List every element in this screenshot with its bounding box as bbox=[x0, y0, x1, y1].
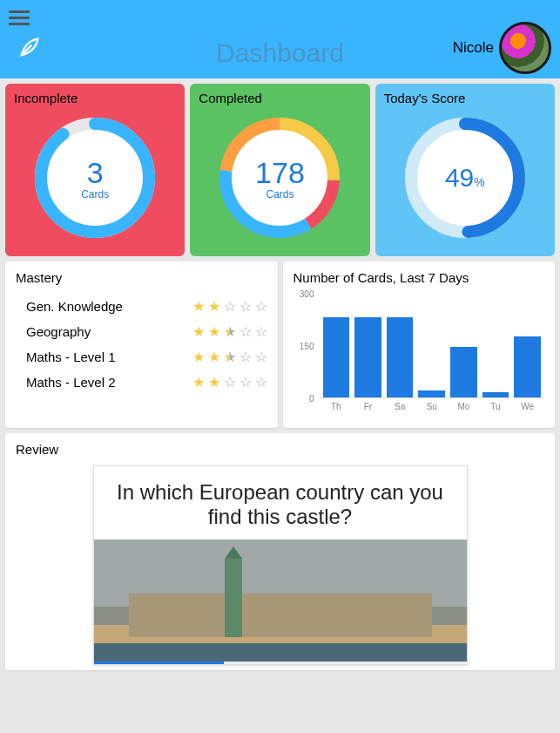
user-name: Nicole bbox=[453, 39, 494, 57]
star-icon: ☆ bbox=[240, 323, 252, 340]
bar-label: Tu bbox=[482, 402, 509, 411]
star-icon: ★ bbox=[208, 349, 220, 365]
star-icon: ☆ bbox=[255, 374, 267, 390]
stat-score[interactable]: Today's Score 49% bbox=[375, 84, 555, 256]
mastery-card: Mastery Gen. Knowledge★★☆☆☆Geography★★★☆… bbox=[5, 261, 278, 428]
mastery-title: Mastery bbox=[16, 270, 267, 285]
flashcard-progress bbox=[94, 662, 467, 664]
star-icon: ☆ bbox=[255, 323, 267, 340]
flashcard-question: In which European country can you find t… bbox=[94, 466, 467, 540]
bar-column bbox=[514, 336, 541, 397]
bar-column bbox=[323, 317, 350, 397]
bar bbox=[323, 317, 350, 397]
mastery-row[interactable]: Maths - Level 1★★★☆☆ bbox=[16, 344, 267, 370]
bar-label: We bbox=[514, 402, 541, 411]
star-icon: ★ bbox=[192, 298, 205, 315]
page-title: Dashboard bbox=[216, 38, 344, 68]
mastery-label: Geography bbox=[26, 324, 91, 339]
feather-icon bbox=[17, 35, 42, 63]
bar-chart: 0150300 ThFrSaSuMoTuWe bbox=[293, 294, 545, 416]
star-icon: ☆ bbox=[240, 349, 252, 365]
chart-title: Number of Cards, Last 7 Days bbox=[293, 270, 545, 285]
bar-column bbox=[418, 390, 445, 397]
chart-card: Number of Cards, Last 7 Days 0150300 ThF… bbox=[283, 261, 556, 428]
mastery-row[interactable]: Maths - Level 2★★☆☆☆ bbox=[16, 370, 267, 395]
bar bbox=[387, 317, 414, 397]
bar-column bbox=[482, 392, 509, 397]
star-icon: ☆ bbox=[224, 374, 236, 390]
star-icon: ★ bbox=[208, 298, 220, 315]
star-icon: ★ bbox=[208, 374, 220, 390]
stat-title: Completed bbox=[199, 91, 361, 105]
bar bbox=[418, 390, 445, 397]
star-rating: ★★★☆☆ bbox=[192, 323, 267, 340]
bar-column bbox=[387, 317, 414, 397]
star-icon: ☆ bbox=[240, 298, 252, 315]
stat-sub: Cards bbox=[266, 188, 293, 200]
stat-value: 178 bbox=[255, 156, 305, 190]
stat-incomplete[interactable]: Incomplete 3Cards bbox=[5, 84, 185, 256]
bar-label: Sa bbox=[387, 402, 414, 411]
flashcard[interactable]: In which European country can you find t… bbox=[93, 465, 468, 665]
star-icon: ☆ bbox=[240, 374, 252, 390]
star-icon: ★ bbox=[192, 374, 205, 390]
bar bbox=[482, 392, 509, 397]
star-rating: ★★★☆☆ bbox=[192, 349, 267, 365]
mastery-label: Maths - Level 2 bbox=[26, 375, 116, 390]
stat-title: Incomplete bbox=[14, 91, 176, 105]
star-icon: ★ bbox=[224, 323, 236, 340]
bar-column bbox=[450, 347, 477, 397]
bar bbox=[514, 336, 541, 397]
star-rating: ★★☆☆☆ bbox=[192, 374, 267, 390]
bar bbox=[450, 347, 477, 397]
bar bbox=[354, 317, 381, 397]
review-title: Review bbox=[16, 442, 544, 457]
mastery-row[interactable]: Geography★★★☆☆ bbox=[16, 319, 267, 344]
flashcard-image bbox=[94, 540, 467, 662]
star-icon: ★ bbox=[192, 323, 205, 340]
stat-value: 49% bbox=[445, 163, 485, 193]
stat-title: Today's Score bbox=[384, 91, 546, 105]
menu-icon[interactable] bbox=[9, 7, 30, 29]
bar-column bbox=[354, 317, 381, 397]
mastery-label: Gen. Knowledge bbox=[26, 299, 123, 314]
star-icon: ★ bbox=[224, 349, 236, 365]
star-icon: ★ bbox=[208, 323, 220, 340]
star-icon: ☆ bbox=[255, 298, 267, 315]
star-icon: ☆ bbox=[224, 298, 236, 315]
avatar[interactable] bbox=[499, 22, 551, 74]
review-card: Review In which European country can you… bbox=[5, 433, 555, 670]
star-rating: ★★☆☆☆ bbox=[192, 298, 267, 315]
star-icon: ★ bbox=[192, 349, 205, 365]
mastery-row[interactable]: Gen. Knowledge★★☆☆☆ bbox=[16, 294, 267, 319]
stat-completed[interactable]: Completed 178Cards bbox=[190, 84, 369, 256]
user-profile[interactable]: Nicole bbox=[453, 22, 551, 74]
stat-sub: Cards bbox=[81, 188, 109, 200]
mastery-label: Maths - Level 1 bbox=[26, 350, 116, 364]
bar-label: Fr bbox=[354, 402, 381, 411]
bar-label: Mo bbox=[450, 402, 477, 411]
bar-label: Th bbox=[323, 402, 350, 411]
bar-label: Su bbox=[418, 402, 445, 411]
stat-value: 3 bbox=[87, 156, 104, 190]
star-icon: ☆ bbox=[255, 349, 267, 365]
